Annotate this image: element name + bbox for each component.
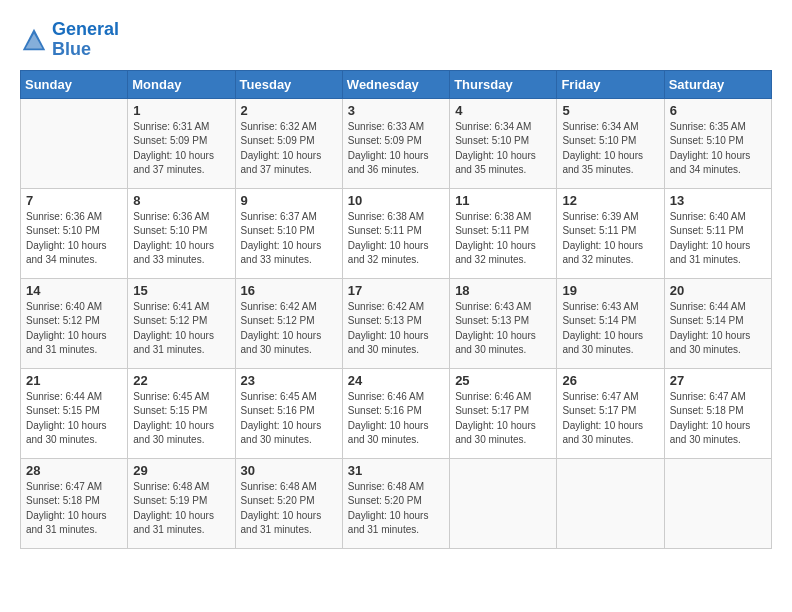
- day-number: 19: [562, 283, 658, 298]
- calendar-week-3: 14Sunrise: 6:40 AM Sunset: 5:12 PM Dayli…: [21, 278, 772, 368]
- day-number: 5: [562, 103, 658, 118]
- calendar-cell: 12Sunrise: 6:39 AM Sunset: 5:11 PM Dayli…: [557, 188, 664, 278]
- calendar-cell: 3Sunrise: 6:33 AM Sunset: 5:09 PM Daylig…: [342, 98, 449, 188]
- weekday-header-row: SundayMondayTuesdayWednesdayThursdayFrid…: [21, 70, 772, 98]
- calendar-cell: 17Sunrise: 6:42 AM Sunset: 5:13 PM Dayli…: [342, 278, 449, 368]
- day-detail: Sunrise: 6:42 AM Sunset: 5:13 PM Dayligh…: [348, 300, 444, 358]
- day-detail: Sunrise: 6:38 AM Sunset: 5:11 PM Dayligh…: [455, 210, 551, 268]
- day-detail: Sunrise: 6:44 AM Sunset: 5:14 PM Dayligh…: [670, 300, 766, 358]
- day-number: 9: [241, 193, 337, 208]
- calendar-cell: 11Sunrise: 6:38 AM Sunset: 5:11 PM Dayli…: [450, 188, 557, 278]
- day-number: 13: [670, 193, 766, 208]
- page-header: General Blue: [20, 20, 772, 60]
- calendar-cell: 26Sunrise: 6:47 AM Sunset: 5:17 PM Dayli…: [557, 368, 664, 458]
- day-number: 16: [241, 283, 337, 298]
- day-detail: Sunrise: 6:37 AM Sunset: 5:10 PM Dayligh…: [241, 210, 337, 268]
- calendar-cell: 4Sunrise: 6:34 AM Sunset: 5:10 PM Daylig…: [450, 98, 557, 188]
- day-detail: Sunrise: 6:40 AM Sunset: 5:12 PM Dayligh…: [26, 300, 122, 358]
- day-number: 27: [670, 373, 766, 388]
- weekday-header-sunday: Sunday: [21, 70, 128, 98]
- calendar-cell: 7Sunrise: 6:36 AM Sunset: 5:10 PM Daylig…: [21, 188, 128, 278]
- calendar-cell: 21Sunrise: 6:44 AM Sunset: 5:15 PM Dayli…: [21, 368, 128, 458]
- calendar-cell: 18Sunrise: 6:43 AM Sunset: 5:13 PM Dayli…: [450, 278, 557, 368]
- day-number: 22: [133, 373, 229, 388]
- calendar-cell: 5Sunrise: 6:34 AM Sunset: 5:10 PM Daylig…: [557, 98, 664, 188]
- day-detail: Sunrise: 6:43 AM Sunset: 5:13 PM Dayligh…: [455, 300, 551, 358]
- day-number: 4: [455, 103, 551, 118]
- day-number: 30: [241, 463, 337, 478]
- day-detail: Sunrise: 6:33 AM Sunset: 5:09 PM Dayligh…: [348, 120, 444, 178]
- weekday-header-saturday: Saturday: [664, 70, 771, 98]
- calendar-cell: 14Sunrise: 6:40 AM Sunset: 5:12 PM Dayli…: [21, 278, 128, 368]
- calendar-cell: 6Sunrise: 6:35 AM Sunset: 5:10 PM Daylig…: [664, 98, 771, 188]
- calendar-cell: 19Sunrise: 6:43 AM Sunset: 5:14 PM Dayli…: [557, 278, 664, 368]
- calendar-cell: 16Sunrise: 6:42 AM Sunset: 5:12 PM Dayli…: [235, 278, 342, 368]
- weekday-header-monday: Monday: [128, 70, 235, 98]
- calendar-cell: 28Sunrise: 6:47 AM Sunset: 5:18 PM Dayli…: [21, 458, 128, 548]
- weekday-header-friday: Friday: [557, 70, 664, 98]
- day-number: 20: [670, 283, 766, 298]
- day-number: 15: [133, 283, 229, 298]
- day-number: 28: [26, 463, 122, 478]
- day-detail: Sunrise: 6:44 AM Sunset: 5:15 PM Dayligh…: [26, 390, 122, 448]
- calendar-cell: [557, 458, 664, 548]
- day-number: 12: [562, 193, 658, 208]
- calendar-cell: 9Sunrise: 6:37 AM Sunset: 5:10 PM Daylig…: [235, 188, 342, 278]
- calendar-cell: 22Sunrise: 6:45 AM Sunset: 5:15 PM Dayli…: [128, 368, 235, 458]
- day-number: 17: [348, 283, 444, 298]
- day-detail: Sunrise: 6:41 AM Sunset: 5:12 PM Dayligh…: [133, 300, 229, 358]
- logo-text: General Blue: [52, 20, 119, 60]
- calendar-week-2: 7Sunrise: 6:36 AM Sunset: 5:10 PM Daylig…: [21, 188, 772, 278]
- day-detail: Sunrise: 6:39 AM Sunset: 5:11 PM Dayligh…: [562, 210, 658, 268]
- day-detail: Sunrise: 6:48 AM Sunset: 5:19 PM Dayligh…: [133, 480, 229, 538]
- day-detail: Sunrise: 6:48 AM Sunset: 5:20 PM Dayligh…: [348, 480, 444, 538]
- calendar-table: SundayMondayTuesdayWednesdayThursdayFrid…: [20, 70, 772, 549]
- calendar-cell: 30Sunrise: 6:48 AM Sunset: 5:20 PM Dayli…: [235, 458, 342, 548]
- day-detail: Sunrise: 6:47 AM Sunset: 5:18 PM Dayligh…: [26, 480, 122, 538]
- calendar-cell: 10Sunrise: 6:38 AM Sunset: 5:11 PM Dayli…: [342, 188, 449, 278]
- day-number: 10: [348, 193, 444, 208]
- day-detail: Sunrise: 6:42 AM Sunset: 5:12 PM Dayligh…: [241, 300, 337, 358]
- day-detail: Sunrise: 6:34 AM Sunset: 5:10 PM Dayligh…: [455, 120, 551, 178]
- logo-icon: [20, 26, 48, 54]
- day-number: 23: [241, 373, 337, 388]
- day-detail: Sunrise: 6:48 AM Sunset: 5:20 PM Dayligh…: [241, 480, 337, 538]
- calendar-cell: 24Sunrise: 6:46 AM Sunset: 5:16 PM Dayli…: [342, 368, 449, 458]
- day-number: 11: [455, 193, 551, 208]
- calendar-cell: 1Sunrise: 6:31 AM Sunset: 5:09 PM Daylig…: [128, 98, 235, 188]
- day-number: 26: [562, 373, 658, 388]
- day-detail: Sunrise: 6:47 AM Sunset: 5:18 PM Dayligh…: [670, 390, 766, 448]
- day-detail: Sunrise: 6:31 AM Sunset: 5:09 PM Dayligh…: [133, 120, 229, 178]
- weekday-header-tuesday: Tuesday: [235, 70, 342, 98]
- day-detail: Sunrise: 6:35 AM Sunset: 5:10 PM Dayligh…: [670, 120, 766, 178]
- day-detail: Sunrise: 6:46 AM Sunset: 5:16 PM Dayligh…: [348, 390, 444, 448]
- logo: General Blue: [20, 20, 119, 60]
- weekday-header-thursday: Thursday: [450, 70, 557, 98]
- day-detail: Sunrise: 6:36 AM Sunset: 5:10 PM Dayligh…: [26, 210, 122, 268]
- calendar-cell: 23Sunrise: 6:45 AM Sunset: 5:16 PM Dayli…: [235, 368, 342, 458]
- calendar-cell: 15Sunrise: 6:41 AM Sunset: 5:12 PM Dayli…: [128, 278, 235, 368]
- day-number: 2: [241, 103, 337, 118]
- calendar-cell: 27Sunrise: 6:47 AM Sunset: 5:18 PM Dayli…: [664, 368, 771, 458]
- calendar-cell: 13Sunrise: 6:40 AM Sunset: 5:11 PM Dayli…: [664, 188, 771, 278]
- calendar-cell: 20Sunrise: 6:44 AM Sunset: 5:14 PM Dayli…: [664, 278, 771, 368]
- day-detail: Sunrise: 6:38 AM Sunset: 5:11 PM Dayligh…: [348, 210, 444, 268]
- calendar-week-4: 21Sunrise: 6:44 AM Sunset: 5:15 PM Dayli…: [21, 368, 772, 458]
- day-number: 1: [133, 103, 229, 118]
- day-number: 24: [348, 373, 444, 388]
- day-number: 8: [133, 193, 229, 208]
- day-detail: Sunrise: 6:45 AM Sunset: 5:15 PM Dayligh…: [133, 390, 229, 448]
- day-detail: Sunrise: 6:47 AM Sunset: 5:17 PM Dayligh…: [562, 390, 658, 448]
- day-number: 18: [455, 283, 551, 298]
- calendar-cell: [21, 98, 128, 188]
- day-detail: Sunrise: 6:45 AM Sunset: 5:16 PM Dayligh…: [241, 390, 337, 448]
- calendar-cell: [450, 458, 557, 548]
- calendar-cell: 29Sunrise: 6:48 AM Sunset: 5:19 PM Dayli…: [128, 458, 235, 548]
- day-number: 7: [26, 193, 122, 208]
- day-number: 14: [26, 283, 122, 298]
- day-detail: Sunrise: 6:34 AM Sunset: 5:10 PM Dayligh…: [562, 120, 658, 178]
- day-number: 25: [455, 373, 551, 388]
- day-number: 21: [26, 373, 122, 388]
- day-number: 6: [670, 103, 766, 118]
- day-number: 31: [348, 463, 444, 478]
